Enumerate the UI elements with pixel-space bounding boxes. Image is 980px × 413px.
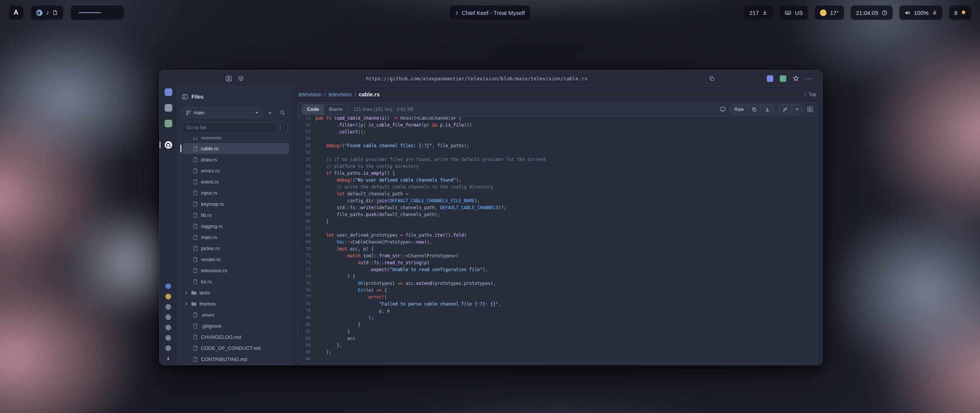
line-number[interactable]: 78 [298, 301, 315, 307]
tab-favicon-3[interactable] [165, 120, 172, 127]
file-tree-item-logging-rs[interactable]: logging.rs [183, 221, 289, 232]
weather-widget[interactable]: 17° [815, 5, 844, 20]
file-tree-item-envrc[interactable]: .envrc [183, 309, 289, 320]
file-tree-item-errors-rs[interactable]: errors.rs [183, 165, 289, 176]
keyboard-layout-widget[interactable]: US [779, 5, 808, 20]
file-tree-item-draw-rs[interactable]: draw.rs [183, 154, 289, 165]
search-files-button[interactable] [278, 108, 287, 118]
tab-favicon-2[interactable] [165, 104, 172, 112]
tab-favicon-1[interactable] [165, 88, 172, 96]
raw-button[interactable]: Raw [730, 105, 748, 114]
dock-icon-6[interactable] [165, 335, 171, 341]
line-number[interactable]: 65 [298, 211, 315, 218]
updates-widget[interactable]: 217 [744, 5, 773, 20]
line-number[interactable]: 72 [298, 259, 315, 266]
clock-widget[interactable]: 21:04:05 [851, 5, 893, 20]
line-number[interactable]: 57 [298, 156, 315, 163]
file-tree-item-main-rs[interactable]: main.rs [183, 232, 289, 243]
notes-icon[interactable] [52, 10, 58, 15]
copy-url-icon[interactable] [709, 76, 715, 81]
line-number[interactable]: 75 [298, 280, 315, 287]
line-number[interactable]: 53 [298, 128, 315, 135]
line-number[interactable]: 55 [298, 142, 315, 149]
file-tree-item-cable-rs[interactable]: cable.rs [183, 143, 289, 154]
extensions-cube-icon[interactable] [238, 75, 244, 81]
view-settings-icon[interactable] [720, 106, 726, 112]
downloads-button[interactable]: ↓ [165, 356, 171, 361]
line-number[interactable]: 74 [298, 273, 315, 280]
file-tree-item-render-rs[interactable]: render.rs [183, 254, 289, 265]
extension-icon-2[interactable] [780, 75, 786, 82]
file-tree-item-changelog-md[interactable]: CHANGELOG.md [183, 332, 289, 343]
dock-icon-7[interactable] [165, 345, 171, 351]
now-playing-widget[interactable]: ♪ Chief Keef - Treat Myself [450, 5, 530, 20]
line-number[interactable]: 67 [298, 225, 315, 232]
line-number[interactable]: 71 [298, 252, 315, 259]
tab-github[interactable] [165, 141, 172, 149]
bookmark-star-icon[interactable] [793, 75, 799, 81]
file-tree-item-input-rs[interactable]: input.rs [183, 187, 289, 198]
file-tree-item-picker-rs[interactable]: picker.rs [183, 243, 289, 254]
tab-code[interactable]: Code [302, 105, 324, 114]
line-number[interactable]: 76 [298, 287, 315, 294]
file-tree-item-television-rs[interactable]: television.rs [183, 265, 289, 276]
symbols-panel-icon[interactable] [807, 106, 813, 112]
new-file-button[interactable]: + [265, 108, 275, 118]
file-tree-item-event-rs[interactable]: event.rs [183, 176, 289, 187]
file-tree-item-gitignore[interactable]: .gitignore [183, 320, 289, 332]
file-tree-item-clipped[interactable] [183, 365, 289, 365]
goto-file-input[interactable] [186, 124, 274, 131]
line-number[interactable]: 82 [298, 328, 315, 335]
line-number[interactable]: 54 [298, 135, 315, 142]
file-tree-item-lib-rs[interactable]: lib.rs [183, 210, 289, 221]
file-tree-item-tests[interactable]: tests [183, 287, 289, 298]
file-tree-item-tui-rs[interactable]: tui.rs [183, 276, 289, 287]
url-bar[interactable]: https://github.com/alexpasmantier/televi… [366, 70, 587, 86]
line-number[interactable]: 52 [298, 122, 315, 128]
notifications-widget[interactable]: 8 [949, 5, 972, 20]
line-number[interactable]: 56 [298, 149, 315, 156]
line-number[interactable]: 83 [298, 335, 315, 342]
back-to-top-link[interactable]: ↑ Top [804, 92, 816, 97]
line-number[interactable]: 86 [298, 356, 315, 363]
copy-file-icon[interactable] [748, 105, 761, 114]
media-disc-icon[interactable] [36, 10, 42, 16]
profile-icon[interactable] [225, 75, 232, 82]
dock-icon-2[interactable] [165, 294, 171, 299]
line-number[interactable]: 64 [298, 204, 315, 211]
branch-selector[interactable]: main [182, 107, 262, 118]
line-number[interactable]: 63 [298, 197, 315, 204]
file-tree-item-clipped[interactable] [183, 137, 289, 143]
audio-widget[interactable]: 100% [899, 5, 942, 20]
line-number[interactable]: 68 [298, 232, 315, 239]
line-number[interactable]: 70 [298, 246, 315, 252]
file-tree-item-code-of-conduct-md[interactable]: CODE_OF_CONDUCT.md [183, 343, 289, 354]
line-number[interactable]: 81 [298, 321, 315, 328]
dock-icon-5[interactable] [165, 325, 171, 330]
line-number[interactable]: 79 [298, 307, 315, 314]
line-number[interactable]: 77 [298, 294, 315, 301]
line-number[interactable]: 84 [298, 342, 315, 349]
edit-dropdown-caret[interactable] [791, 105, 802, 114]
file-tree-item-contributing-md[interactable]: CONTRIBUTING.md [183, 354, 289, 365]
more-menu-icon[interactable]: ··· [805, 75, 812, 82]
line-number[interactable]: 51 [298, 117, 315, 122]
line-number[interactable]: 62 [298, 190, 315, 197]
line-number[interactable]: 58 [298, 163, 315, 170]
dock-icon-3[interactable] [165, 304, 171, 310]
dock-icon-4[interactable] [165, 314, 171, 320]
file-tree-item-themes[interactable]: themes [183, 298, 289, 309]
window-title-widget[interactable] [70, 5, 124, 20]
line-number[interactable]: 80 [298, 314, 315, 321]
line-number[interactable]: 85 [298, 349, 315, 356]
extension-icon-1[interactable] [767, 75, 773, 82]
edit-pencil-icon[interactable] [779, 105, 791, 114]
goto-file-box[interactable]: t [182, 122, 287, 133]
dock-icon-1[interactable] [165, 283, 171, 289]
breadcrumb-folder-link[interactable]: television [328, 91, 351, 98]
line-number[interactable]: 66 [298, 218, 315, 225]
line-number[interactable]: 59 [298, 170, 315, 177]
music-note-icon[interactable]: ♪ [46, 9, 49, 16]
breadcrumb-repo-link[interactable]: television [299, 91, 322, 98]
line-number[interactable]: 60 [298, 177, 315, 184]
